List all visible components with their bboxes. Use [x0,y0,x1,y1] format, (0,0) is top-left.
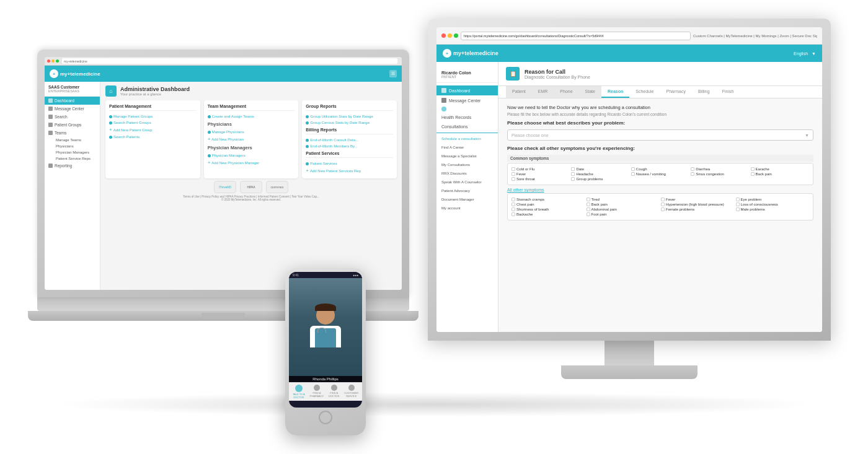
symptom-check[interactable] [736,198,740,201]
laptop-nav-dashboard[interactable]: Dashboard [45,97,100,105]
create-assign-teams-link[interactable]: Create and Assign Teams [208,113,295,120]
symptom-shortness[interactable]: Shortness of breath [512,207,585,211]
step-finish[interactable]: Finish [716,86,740,98]
symptom-check[interactable] [512,203,515,206]
symptom-check[interactable] [512,172,515,176]
search-patient-groups-link[interactable]: Search Patient Groups [109,120,197,126]
symptom-stomach[interactable]: Stomach cramps [512,198,585,201]
add-patient-group-link[interactable]: Add New Patient Group [109,126,197,134]
symptom-check[interactable] [512,198,515,201]
step-state[interactable]: State [579,86,601,98]
symptom-diarrhea[interactable]: Diarrhea [691,167,749,171]
symptom-check[interactable] [751,172,755,176]
symptom-check[interactable] [587,198,590,201]
browser-minimize[interactable] [51,59,55,63]
step-reason[interactable]: Reason [601,86,629,98]
laptop-nav-manage-teams[interactable]: Manage Teams [45,137,100,143]
desktop-nav-find-center[interactable]: Find A Center [436,143,498,152]
desktop-nav-message-spec[interactable]: Message a Specialist [436,152,498,160]
symptom-group-problems[interactable]: Group problems [571,177,629,181]
symptom-check[interactable] [661,203,665,206]
laptop-nav-physicians[interactable]: Physicians [45,143,100,149]
symptom-fever[interactable]: Fever [512,172,570,176]
symptom-sinus[interactable]: Sinus congestion [691,172,749,176]
manage-physicians-link[interactable]: Manage Physicians [208,129,295,135]
desktop-browser-close[interactable] [441,33,446,38]
symptom-earache[interactable]: Earache [751,167,809,171]
phone-customer-service-btn[interactable]: CUSTOMERSERVICE [344,385,358,399]
symptom-chest[interactable]: Chest pain [512,203,585,206]
symptom-check[interactable] [512,167,515,171]
all-symptoms-toggle[interactable]: All other symptoms [507,188,813,192]
add-physician-mgr-link[interactable]: Add New Physician Manager [208,159,295,167]
laptop-nav-patient-groups[interactable]: Patient Groups [45,121,100,129]
desktop-nav-doc-mgr[interactable]: Document Manager [436,195,498,204]
symptom-back-pain[interactable]: Back pain [751,172,809,176]
desktop-nav-messages[interactable]: Message Center [436,95,498,105]
symptom-date[interactable]: Date [571,167,629,171]
symptom-consciousness[interactable]: Loss of consciousness [736,203,810,206]
symptom-check[interactable] [512,207,515,211]
symptom-cough[interactable]: Cough [631,167,689,171]
desktop-url-bar[interactable]: https://portal.mytelemedicine.com/go/das… [461,32,691,40]
physician-managers-link[interactable]: Physician Managers [208,152,295,159]
desktop-nav-dashboard[interactable]: Dashboard [436,85,498,95]
symptom-check[interactable] [587,212,590,216]
add-patient-svc-rep-link[interactable]: Add New Patient Services Rep [306,167,393,175]
symptom-check[interactable] [571,172,575,176]
symptom-eye[interactable]: Eye problem [736,198,810,201]
symptom-check[interactable] [587,207,590,211]
symptom-check[interactable] [512,177,515,181]
symptom-sore-throat[interactable]: Sore throat [512,177,570,181]
laptop-nav-physician-mgr[interactable]: Physician Managers [45,149,100,155]
phone-find-pharmacy-btn[interactable]: FIND APHARMACY [310,385,324,399]
search-patients-link[interactable]: Search Patients [109,134,197,140]
symptom-check[interactable] [736,203,740,206]
desktop-nav-my-consult[interactable]: My Consultations [436,160,498,169]
desktop-nav-rrx[interactable]: RRX Discounts [436,169,498,178]
manage-patient-groups-link[interactable]: Manage Patient Groups [109,113,197,120]
symptom-check[interactable] [631,172,635,176]
desktop-nav-schedule-consult[interactable]: Schedule a consultation [436,134,498,143]
step-emr[interactable]: EMR [532,86,554,98]
symptom-check[interactable] [571,177,575,181]
symptom-headache[interactable]: Headache [571,172,629,176]
browser-close[interactable] [47,59,50,63]
step-pharmacy[interactable]: Pharmacy [660,86,692,98]
eom-consult-link[interactable]: End-of-Month Consult Deta... [306,137,393,143]
symptom-fever2[interactable]: Fever [661,198,735,201]
desktop-nav-consult[interactable]: Consultations [436,122,498,131]
symptom-male[interactable]: Male problems [736,207,810,211]
symptom-check[interactable] [661,198,665,201]
browser-maximize[interactable] [56,59,59,63]
symptom-back2[interactable]: Back pain [587,203,660,206]
laptop-menu-icon[interactable]: ☰ [389,70,397,77]
desktop-nav-account[interactable]: My account [436,204,498,212]
group-census-stats-link[interactable]: Group Census Stats by Date Range [306,120,393,126]
rfc-problem-select[interactable]: Please choose one ▼ [507,129,813,141]
symptom-check[interactable] [751,167,755,171]
desktop-nav-health[interactable]: Health Records [436,113,498,122]
patient-services-link[interactable]: Patient Services [306,160,393,167]
symptom-check[interactable] [691,172,694,176]
symptom-check[interactable] [587,203,590,206]
symptom-foot[interactable]: Foot pain [587,212,660,216]
laptop-nav-messages[interactable]: Message Center [45,105,100,113]
symptom-tired[interactable]: Tired [587,198,660,201]
symptom-check[interactable] [571,167,575,171]
desktop-browser-min[interactable] [448,33,452,38]
symptom-check[interactable] [736,207,740,211]
desktop-nav-advocacy[interactable]: Patient Advocacy [436,186,498,195]
symptom-check[interactable] [691,167,694,171]
symptom-female[interactable]: Female problems [661,207,735,211]
symptom-cold-flu[interactable]: Cold or Flu [512,167,570,171]
symptom-backache[interactable]: Backache [512,212,585,216]
eom-members-link[interactable]: End-of-Month Members By... [306,143,393,149]
step-phone[interactable]: Phone [554,86,578,98]
symptom-hypertension[interactable]: Hypertension (high blood pressure) [661,203,735,206]
phone-talk-doctor-btn[interactable]: TALK TO ADOCTOR [293,385,305,399]
symptom-check[interactable] [512,212,515,216]
desktop-browser-max[interactable] [454,33,458,38]
group-util-stats-link[interactable]: Group Utilization Stats by Date Range [306,113,393,120]
symptom-check[interactable] [631,167,635,171]
